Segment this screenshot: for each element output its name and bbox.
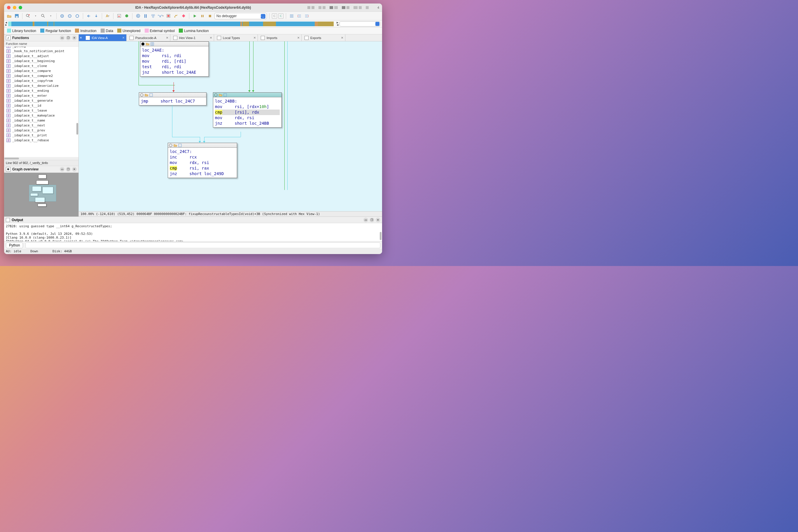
data-button[interactable]	[142, 13, 149, 19]
pause-button[interactable]	[199, 13, 206, 19]
tab-hex-view-1[interactable]: Hex View-1✕	[170, 34, 214, 41]
list-item[interactable]: f_idaplace_t__ending	[4, 88, 78, 93]
list-item[interactable]: f_hook_to_notification_point	[4, 49, 78, 54]
list-item[interactable]: f_idaplace_t__prev	[4, 128, 78, 133]
tab-label: Hex View-1	[179, 36, 195, 40]
breakpoint-button[interactable]	[123, 13, 130, 19]
decompile-c-button[interactable]: C	[272, 14, 277, 19]
list-item[interactable]: f_idaplace_t__next	[4, 123, 78, 128]
node-header	[168, 143, 237, 148]
prompt-lang-button[interactable]: Python	[6, 242, 23, 248]
graph-view[interactable]: loc_24AE: mov rsi, rdi mov rdi, [rdi] te…	[79, 41, 382, 211]
nav-arrows-left[interactable]: ◀▶	[5, 22, 7, 26]
nav-arrows-right[interactable]: ▶◀	[337, 22, 338, 26]
search-next-button[interactable]	[40, 13, 47, 19]
list-item[interactable]: f_idaplace_t__leave	[4, 108, 78, 113]
functions-hscroll[interactable]	[4, 157, 78, 160]
offset-button[interactable]	[180, 13, 187, 19]
tab-exports[interactable]: Exports✕	[302, 34, 345, 41]
functions-restore-button[interactable]: ❐	[66, 36, 71, 40]
tab-close-button[interactable]: ✕	[341, 36, 343, 39]
zoom-fit-button[interactable]	[59, 13, 65, 19]
decompile-c2-button[interactable]: C	[278, 14, 284, 19]
back-button[interactable]	[86, 13, 92, 19]
search-button[interactable]	[25, 13, 31, 19]
struct-button[interactable]	[116, 13, 122, 19]
zoom-in-button[interactable]	[67, 13, 73, 19]
list-item[interactable]: f_idaplace_t__print	[4, 133, 78, 138]
list-item[interactable]: f_idaplace_t__copyfrom	[4, 78, 78, 83]
output-menu-button[interactable]: ▭	[363, 217, 368, 222]
nav-bar[interactable]	[8, 22, 334, 26]
stop-button[interactable]	[207, 13, 213, 19]
zoom-out-button[interactable]	[74, 13, 80, 19]
tab-close-button[interactable]: ✕	[253, 36, 256, 39]
list-button[interactable]	[288, 13, 295, 19]
edge	[284, 41, 285, 190]
search-dropdown[interactable]: ▾	[32, 13, 39, 19]
list-item[interactable]: f_idaplace_t__rebase	[4, 138, 78, 143]
tab-close-button[interactable]: ✕	[210, 36, 212, 39]
debugger-select[interactable]: No debugger ⌃⌄	[214, 13, 267, 19]
graph-node-loc24c7[interactable]: loc_24C7: inc rcx mov rdx, rsi cmp rsi, …	[168, 143, 237, 178]
array-button[interactable]	[165, 13, 171, 19]
text-highlight-button[interactable]: A▾	[104, 13, 111, 19]
list-item[interactable]: f_idaplace_t__id	[4, 103, 78, 108]
graph-node-jmp[interactable]: jmp short loc_24C7	[139, 92, 206, 106]
tab-imports[interactable]: Imports✕	[258, 34, 302, 41]
list-item[interactable]: f_idaplace_t__clone	[4, 63, 78, 69]
output-close-button[interactable]: ✕	[376, 217, 380, 222]
functions-menu-button[interactable]: ▭	[60, 36, 65, 40]
functions-close-button[interactable]: ✕	[72, 36, 77, 40]
graph-overview[interactable]	[4, 173, 78, 216]
overview-restore-button[interactable]: ❐	[66, 167, 71, 172]
function-icon: f	[6, 54, 11, 58]
outdent-button[interactable]	[304, 13, 310, 19]
search-next-dropdown[interactable]: ▾	[48, 13, 54, 19]
output-restore-button[interactable]: ❐	[369, 217, 374, 222]
list-item[interactable]: f_idaplace_t__beginning	[4, 59, 78, 63]
code-button[interactable]: ⓒ	[135, 13, 141, 19]
nav-select[interactable]	[340, 21, 380, 26]
graph-node-loc24ae[interactable]: loc_24AE: mov rsi, rdi mov rdi, [rdi] te…	[140, 41, 209, 77]
output-body[interactable]: 27B28: using guessed type __int64 g_Reco…	[4, 223, 382, 241]
open-file-button[interactable]	[6, 13, 12, 19]
save-button[interactable]	[14, 13, 20, 19]
list-item[interactable]: f_getseg	[4, 46, 78, 49]
overview-menu-button[interactable]: ▭	[60, 167, 65, 172]
function-name: _idaplace_t__clone	[12, 64, 47, 68]
tab-close-button[interactable]: ✕	[166, 36, 168, 39]
list-item[interactable]: f_idaplace_t__makeplace	[4, 113, 78, 118]
functions-scrollbar[interactable]	[76, 123, 78, 135]
jump-button[interactable]	[93, 13, 99, 19]
functions-list[interactable]: Function name f_getsegf_hook_to_notifica…	[4, 41, 78, 157]
list-item[interactable]: f_idaplace_t__compare2	[4, 73, 78, 78]
undefine-button[interactable]	[173, 13, 179, 19]
list-item[interactable]: f_idaplace_t__enter	[4, 93, 78, 98]
run-button[interactable]	[192, 13, 198, 19]
function-name: _idaplace_t__id	[12, 104, 41, 108]
list-item[interactable]: f_idaplace_t__generate	[4, 98, 78, 103]
output-scrollbar[interactable]	[380, 232, 381, 240]
list-item[interactable]: f_idaplace_t__name	[4, 118, 78, 123]
tab-ida-view-a[interactable]: IDA View-A✕	[83, 34, 127, 41]
prompt-input[interactable]	[25, 242, 380, 248]
tab-pseudocode-a[interactable]: Pseudocode-A✕	[127, 34, 170, 41]
tab-close-button[interactable]: ✕	[122, 36, 125, 39]
overview-close-button[interactable]: ✕	[72, 167, 77, 172]
functions-column-header[interactable]: Function name	[4, 41, 78, 46]
list-item[interactable]: f_idaplace_t__compare	[4, 69, 78, 73]
indent-button[interactable]	[296, 13, 303, 19]
functions-icon: f	[6, 36, 11, 40]
tab-scroll-left[interactable]: ✕	[79, 34, 83, 41]
struct2-button[interactable]	[150, 13, 156, 19]
string-button[interactable]: "s"▾	[158, 13, 164, 19]
svg-point-12	[76, 15, 79, 18]
function-icon: f	[6, 79, 11, 83]
list-item[interactable]: f_idaplace_t__deserialize	[4, 83, 78, 88]
graph-node-loc24bb[interactable]: loc_24BB: mov rsi, [rdx+10h] cmp [rsi], …	[213, 92, 282, 128]
list-item[interactable]: f_idaplace_t__adjust	[4, 54, 78, 59]
tab-close-button[interactable]: ✕	[297, 36, 300, 39]
tab-local-types[interactable]: Local Types✕	[214, 34, 258, 41]
graph-overview-icon: ⚈	[6, 167, 11, 172]
